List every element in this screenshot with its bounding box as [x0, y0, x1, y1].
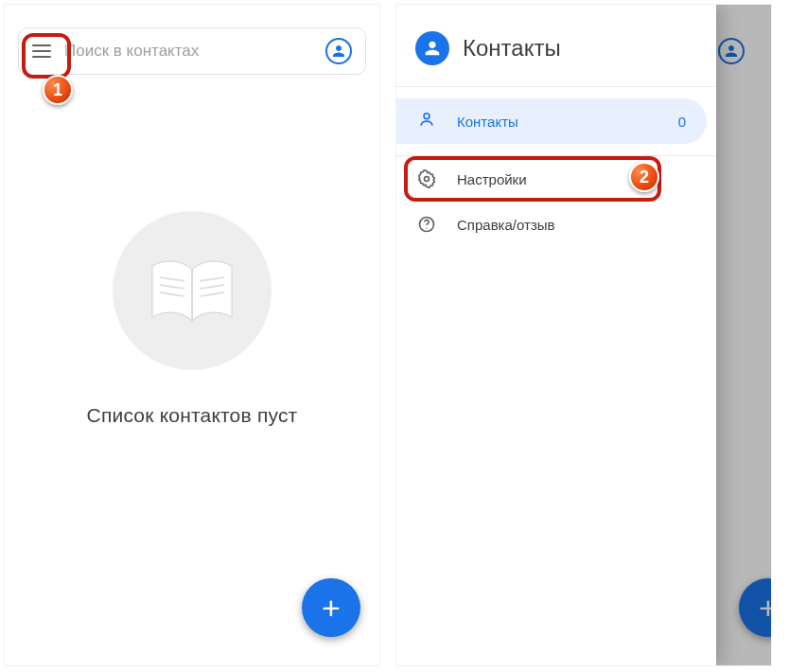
svg-point-9 — [426, 228, 427, 229]
add-contact-fab[interactable]: + — [302, 578, 360, 637]
drawer-item-label: Справка/отзыв — [457, 217, 555, 233]
hamburger-icon[interactable] — [32, 44, 51, 58]
person-outline-icon — [417, 110, 436, 133]
drawer-item-label: Настройки — [457, 171, 527, 187]
drawer-item-contacts[interactable]: Контакты 0 — [396, 98, 707, 144]
navigation-drawer: Контакты Контакты 0 Настройки Справка — [396, 5, 716, 665]
open-book-icon — [145, 243, 239, 338]
person-icon — [330, 43, 347, 60]
drawer-title: Контакты — [463, 35, 561, 62]
svg-point-6 — [424, 114, 430, 119]
empty-state: Список контактов пуст — [5, 211, 379, 427]
gear-icon — [417, 169, 436, 188]
svg-point-7 — [425, 177, 430, 182]
help-icon — [417, 215, 436, 234]
search-bar — [18, 27, 366, 75]
plus-icon: + — [322, 592, 341, 624]
profile-button[interactable] — [325, 38, 352, 64]
phone-right: + Контакты Контакты 0 Настройки — [395, 4, 772, 666]
drawer-header: Контакты — [396, 5, 716, 86]
contacts-count: 0 — [678, 114, 686, 130]
drawer-item-help[interactable]: Справка/отзыв — [396, 202, 716, 247]
phone-left: Список контактов пуст + 1 — [4, 4, 380, 666]
empty-state-text: Список контактов пуст — [87, 404, 298, 427]
contacts-app-icon — [415, 31, 449, 65]
person-filled-icon — [422, 38, 443, 59]
book-illustration — [113, 211, 272, 370]
divider — [396, 86, 716, 87]
annotation-badge-1: 1 — [43, 75, 73, 105]
drawer-item-label: Контакты — [457, 114, 658, 130]
drawer-item-settings[interactable]: Настройки — [396, 156, 716, 202]
search-input[interactable] — [64, 42, 312, 61]
